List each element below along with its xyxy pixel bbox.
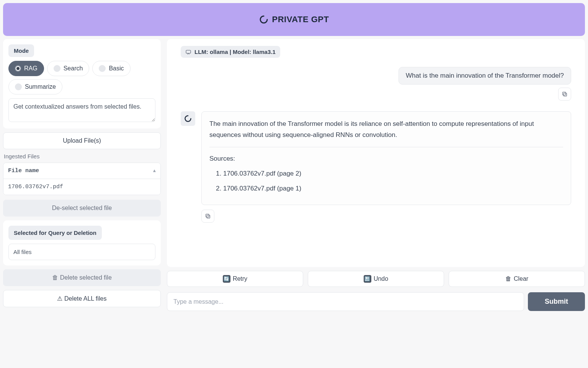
clear-button[interactable]: 🗑 Clear (449, 271, 585, 287)
chat-icon (185, 49, 191, 55)
delete-all-label: Delete ALL files (64, 295, 107, 302)
llm-label: LLM: ollama | Model: llama3.1 (194, 49, 276, 55)
sidebar: Mode RAG Search Basic Summarize (3, 39, 161, 311)
mode-panel: Mode RAG Search Basic Summarize (3, 39, 161, 129)
trash-icon: 🗑 (52, 274, 58, 281)
mode-label-search: Search (64, 65, 83, 72)
mode-description[interactable] (8, 98, 155, 122)
mode-summarize[interactable]: Summarize (8, 79, 62, 94)
copy-icon (562, 91, 568, 97)
clear-label: Clear (514, 275, 528, 282)
user-msg-row: What is the main innovation of the Trans… (181, 67, 571, 85)
source-item: 1706.03762v7.pdf (page 1) (223, 183, 563, 194)
mode-label-summarize: Summarize (25, 83, 56, 90)
copy-user-button[interactable] (558, 88, 571, 101)
app-title: PRIVATE GPT (272, 15, 329, 24)
mode-label-basic: Basic (109, 65, 124, 72)
retry-icon: 🔄 (223, 275, 230, 283)
file-header-label: File name (8, 168, 39, 174)
copy-bot-button[interactable] (201, 210, 214, 223)
warning-icon: ⚠ (57, 295, 62, 302)
mode-search[interactable]: Search (47, 61, 90, 76)
logo-icon (259, 15, 268, 24)
svg-rect-2 (563, 92, 566, 95)
copy-bot-row (201, 210, 571, 223)
bot-message: The main innovation of the Transformer m… (201, 111, 571, 205)
mode-radio-group: RAG Search Basic Summarize (8, 61, 155, 94)
mode-rag[interactable]: RAG (8, 61, 44, 76)
copy-user-row (181, 88, 571, 101)
svg-rect-0 (186, 50, 191, 53)
sources-list: 1706.03762v7.pdf (page 2) 1706.03762v7.p… (209, 168, 563, 194)
undo-label: Undo (374, 275, 388, 282)
mode-basic[interactable]: Basic (92, 61, 130, 76)
files-table: File name ▲ 1706.03762v7.pdf (3, 163, 161, 195)
selected-panel: Selected for Query or Deletion All files (3, 220, 161, 265)
trash-icon: 🗑 (505, 275, 511, 282)
files-header[interactable]: File name ▲ (3, 163, 160, 179)
svg-rect-4 (206, 214, 209, 217)
radio-icon (54, 65, 60, 72)
deselect-button[interactable]: De-select selected file (3, 200, 161, 217)
input-row: Submit (167, 292, 585, 311)
chat-panel: LLM: ollama | Model: llama3.1 What is th… (167, 39, 585, 267)
delete-selected-label: Delete selected file (60, 274, 112, 281)
radio-icon (15, 65, 21, 72)
retry-label: Retry (233, 275, 247, 282)
header: PRIVATE GPT (3, 3, 585, 36)
radio-icon (15, 83, 22, 90)
file-row[interactable]: 1706.03762v7.pdf (3, 179, 160, 195)
content: LLM: ollama | Model: llama3.1 What is th… (167, 39, 585, 311)
divider (209, 147, 563, 147)
mode-label: Mode (8, 44, 34, 57)
source-item: 1706.03762v7.pdf (page 2) (223, 168, 563, 179)
svg-rect-3 (207, 215, 210, 218)
action-row: 🔄 Retry 🔙 Undo 🗑 Clear (167, 271, 585, 287)
sources-label: Sources: (209, 153, 563, 164)
svg-rect-1 (564, 93, 567, 96)
bot-row: The main innovation of the Transformer m… (181, 111, 571, 205)
radio-icon (99, 65, 106, 72)
delete-all-button[interactable]: ⚠ Delete ALL files (3, 290, 161, 307)
llm-pill: LLM: ollama | Model: llama3.1 (181, 46, 280, 58)
selected-title: Selected for Query or Deletion (8, 226, 102, 240)
delete-selected-button[interactable]: 🗑 Delete selected file (3, 269, 161, 286)
undo-icon: 🔙 (364, 275, 371, 283)
selected-value: All files (8, 244, 155, 260)
sort-icon: ▲ (153, 168, 156, 174)
retry-button[interactable]: 🔄 Retry (167, 271, 303, 287)
bot-avatar (181, 111, 195, 126)
submit-button[interactable]: Submit (528, 292, 585, 311)
undo-button[interactable]: 🔙 Undo (308, 271, 444, 287)
mode-label-rag: RAG (24, 65, 38, 72)
user-message: What is the main innovation of the Trans… (399, 67, 571, 85)
ingested-label: Ingested Files (3, 153, 161, 160)
copy-icon (205, 213, 211, 219)
message-input[interactable] (167, 292, 524, 311)
upload-button[interactable]: Upload File(s) (3, 132, 161, 149)
bot-icon (184, 115, 192, 122)
bot-answer: The main innovation of the Transformer m… (209, 119, 563, 141)
